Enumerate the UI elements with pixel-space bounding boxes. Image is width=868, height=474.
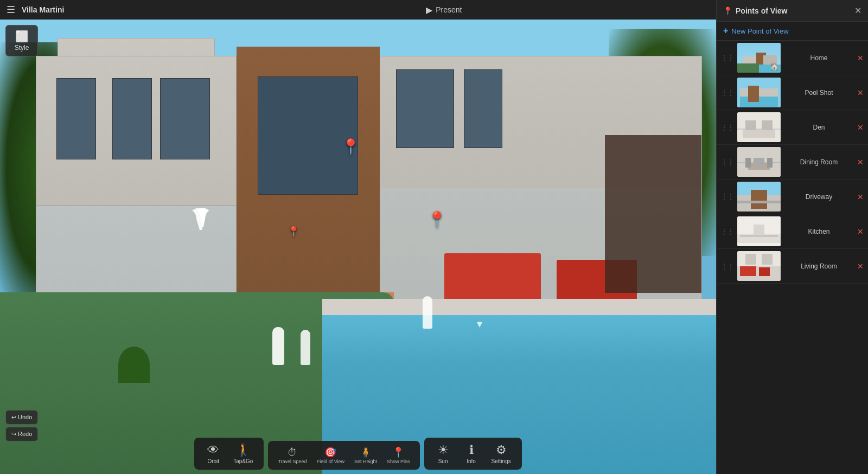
drag-handle-icon: ⋮⋮ — [721, 262, 734, 270]
plus-icon: + — [723, 26, 728, 36]
sun-button[interactable]: ☀ Sun — [430, 441, 457, 466]
pov-delete-living-room[interactable]: ✕ — [857, 262, 864, 271]
pov-item-dining-room[interactable]: ⋮⋮ Dining Room ✕ — [717, 145, 868, 180]
topbar-left: ☰ Villa Martini — [7, 4, 64, 16]
orbit-icon: 👁 — [207, 443, 219, 457]
pov-thumb-living — [737, 251, 781, 281]
drag-handle-icon: ⋮⋮ — [721, 158, 734, 166]
pov-delete-kitchen[interactable]: ✕ — [857, 227, 864, 236]
topbar-center: ▶ Present — [426, 5, 462, 15]
pin-left-double[interactable] — [192, 208, 209, 233]
drag-handle-icon: ⋮⋮ — [721, 228, 734, 235]
pov-delete-den[interactable]: ✕ — [857, 123, 864, 132]
pov-thumb-home — [737, 43, 781, 73]
pov-delete-dining-room[interactable]: ✕ — [857, 158, 864, 166]
menu-icon[interactable]: ☰ — [7, 4, 15, 16]
pov-item-living-room[interactable]: ⋮⋮ Living Room ✕ — [717, 249, 868, 284]
house-right — [380, 56, 702, 319]
svg-rect-31 — [740, 266, 756, 276]
travel-speed-button[interactable]: ⏱ Travel Speed — [273, 445, 311, 466]
drag-handle-icon: ⋮⋮ — [721, 124, 734, 131]
red-sofa — [444, 253, 541, 306]
svg-rect-11 — [737, 129, 781, 130]
svg-rect-24 — [737, 201, 781, 203]
pov-item-kitchen[interactable]: ⋮⋮ Kitchen ✕ — [717, 214, 868, 249]
show-pins-icon: 📍 — [392, 446, 404, 458]
window — [56, 78, 97, 159]
svg-rect-33 — [737, 251, 781, 266]
settings-icon: ⚙ — [496, 443, 507, 457]
travel-speed-icon: ⏱ — [288, 447, 297, 458]
pov-header: 📍 Points of View ✕ — [717, 0, 868, 22]
pin-center[interactable]: 📍 — [341, 138, 360, 156]
style-button[interactable]: ⬜ Style — [5, 25, 38, 56]
set-height-icon: 🧍 — [360, 446, 372, 458]
tapgo-icon: 🚶 — [236, 443, 251, 457]
pov-close-button[interactable]: ✕ — [854, 5, 861, 16]
pov-item-den[interactable]: ⋮⋮ Den ✕ — [717, 110, 868, 145]
pov-label-living-room: Living Room — [783, 262, 855, 270]
svg-rect-34 — [745, 254, 756, 265]
field-of-view-icon: 🎯 — [324, 446, 336, 458]
pov-title: Points of View — [736, 7, 787, 15]
scene-background[interactable]: 📍 📍 📍 ▾ — [0, 20, 716, 474]
orbit-button[interactable]: 👁 Orbit — [200, 441, 227, 466]
pov-label-kitchen: Kitchen — [783, 228, 855, 235]
pov-delete-home[interactable]: ✕ — [857, 54, 864, 62]
field-of-view-button[interactable]: 🎯 Field of View — [312, 444, 349, 466]
show-pins-button[interactable]: 📍 Show Pins — [382, 444, 414, 466]
pov-thumb-den — [737, 112, 781, 142]
undo-icon: ↩ — [11, 414, 16, 420]
svg-rect-18 — [745, 158, 751, 168]
new-pov-button[interactable]: + New Point of View — [717, 22, 868, 41]
bottom-toolbar: 👁 Orbit 🚶 Tap&Go ⏱ Travel Speed 🎯 Field … — [0, 426, 716, 474]
tapgo-button[interactable]: 🚶 Tap&Go — [228, 441, 258, 466]
svg-rect-23 — [751, 190, 767, 209]
window — [396, 69, 454, 148]
svg-rect-14 — [762, 120, 773, 130]
staircase — [605, 135, 701, 292]
svg-rect-13 — [745, 120, 756, 130]
pov-thumb-pool — [737, 78, 781, 107]
window-center — [258, 76, 358, 195]
drag-handle-icon: ⋮⋮ — [721, 54, 734, 62]
figure-1 — [272, 327, 284, 365]
style-icon: ⬜ — [12, 30, 31, 43]
pov-label-den: Den — [783, 124, 855, 131]
svg-rect-29 — [754, 225, 764, 235]
style-panel: ⬜ Style — [5, 25, 38, 56]
pin-small[interactable]: 📍 — [288, 226, 299, 238]
pov-thumb-driveway — [737, 182, 781, 212]
present-icon: ▶ — [426, 5, 432, 15]
scene-elements: 📍 📍 📍 ▾ — [0, 20, 716, 474]
undo-button[interactable]: ↩ Undo — [5, 410, 38, 425]
pov-item-pool-shot[interactable]: ⋮⋮ Pool Shot ✕ — [717, 75, 868, 110]
pov-item-driveway[interactable]: ⋮⋮ Driveway ✕ — [717, 180, 868, 214]
set-height-button[interactable]: 🧍 Set Height — [350, 444, 381, 466]
pov-header-left: 📍 Points of View — [723, 7, 787, 15]
navigation-arrow[interactable]: ▾ — [477, 317, 482, 330]
pin-right[interactable]: 📍 — [427, 210, 446, 228]
pov-delete-pool-shot[interactable]: ✕ — [857, 88, 864, 97]
viewport: 📍 📍 📍 ▾ — [0, 20, 716, 474]
location-icon: 📍 — [723, 7, 732, 15]
pov-item-home[interactable]: ⋮⋮ Home ✕ — [717, 41, 868, 75]
orbit-tapgo-group: 👁 Orbit 🚶 Tap&Go — [194, 438, 264, 470]
svg-rect-35 — [762, 254, 773, 265]
pov-delete-driveway[interactable]: ✕ — [857, 193, 864, 201]
drag-handle-icon: ⋮⋮ — [721, 193, 734, 201]
pool-wall — [322, 299, 716, 315]
pov-thumb-dining — [737, 147, 781, 177]
info-button[interactable]: ℹ Info — [458, 441, 485, 466]
tools-group: ☀ Sun ℹ Info ⚙ Settings — [424, 438, 522, 470]
info-icon: ℹ — [469, 443, 474, 457]
pov-label-home: Home — [783, 54, 855, 62]
pov-panel: 📍 Points of View ✕ + New Point of View ⋮… — [716, 0, 868, 474]
window — [160, 78, 210, 159]
svg-rect-5 — [759, 65, 781, 73]
svg-rect-12 — [743, 130, 775, 138]
present-button[interactable]: Present — [436, 5, 462, 14]
settings-button[interactable]: ⚙ Settings — [486, 441, 516, 466]
pov-label-driveway: Driveway — [783, 193, 855, 201]
svg-rect-20 — [754, 158, 764, 168]
